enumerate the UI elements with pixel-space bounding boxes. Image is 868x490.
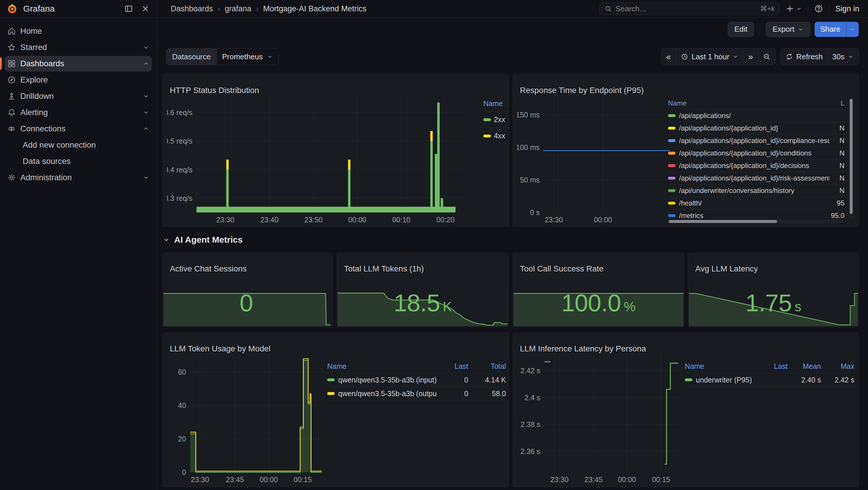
legend-row[interactable]: underwriter (P95)2.40 s2.42 s — [685, 373, 855, 387]
svg-text:2.36 s: 2.36 s — [521, 447, 540, 455]
sidebar-item-data-sources[interactable]: Data sources — [5, 153, 152, 169]
legend-row[interactable]: qwen/qwen3.5-35b-a3b (output)058.0 — [327, 387, 506, 401]
new-button[interactable] — [785, 4, 802, 13]
panel-total-llm-tokens: Total LLM Tokens (1h) 18.5K — [337, 253, 508, 327]
legend-header: Name — [483, 99, 510, 112]
legend-header-row: NameLastMeanMax — [685, 359, 855, 373]
breadcrumb-item[interactable]: Dashboards — [171, 4, 213, 13]
legend-row[interactable]: /api/applications/ — [668, 110, 844, 122]
response-time-chart[interactable]: 23:3000:000 s50 ms100 ms150 ms — [517, 91, 672, 223]
datasource-value[interactable]: Prometheus — [217, 49, 278, 65]
series-swatch — [668, 152, 676, 154]
breadcrumb-item[interactable]: grafana — [225, 4, 251, 13]
persona-legend-table: NameLastMeanMaxunderwriter (P95)2.40 s2.… — [685, 359, 855, 387]
help-icon[interactable] — [814, 4, 823, 13]
grafana-logo-icon[interactable] — [6, 3, 18, 15]
chevron-down-icon — [162, 236, 170, 243]
breadcrumb-item[interactable]: Mortgage-AI Backend Metrics — [263, 4, 367, 13]
time-range-group: « Last 1 hour » — [661, 48, 776, 65]
close-icon[interactable] — [141, 4, 150, 13]
sidebar-item-add-new-connection[interactable]: Add new connection — [5, 137, 152, 153]
svg-text:2.42 s: 2.42 s — [521, 367, 540, 375]
time-forward-button[interactable]: » — [743, 49, 758, 65]
panel-response-time: Response Time by Endpoint (P95) 23:3000:… — [513, 74, 859, 227]
stat-value: 0 — [163, 289, 332, 317]
legend-row[interactable]: /api/underwriter/conversations/historyN — [668, 184, 844, 197]
sidebar-item-connections[interactable]: Connections — [5, 121, 152, 137]
sidebar-item-alerting[interactable]: Alerting — [5, 105, 152, 120]
time-range-picker[interactable]: Last 1 hour — [676, 49, 743, 65]
svg-text:23:30: 23:30 — [545, 215, 563, 223]
svg-text:0 s: 0 s — [530, 208, 540, 217]
legend-row[interactable]: /api/applications/{application_id}/risk-… — [668, 172, 844, 184]
legend-vertical-scrollbar[interactable] — [849, 98, 853, 219]
http-status-chart[interactable]: 23:3023:4023:5000:0000:1000:200.3 req/s0… — [167, 91, 466, 223]
panel-llm-inference-latency: LLM Inference Latency by Persona 23:3023… — [513, 333, 859, 487]
sidebar-item-home[interactable]: Home — [5, 23, 152, 39]
svg-text:0: 0 — [182, 468, 186, 476]
sidebar-item-label: Add new connection — [23, 140, 96, 150]
edit-button[interactable]: Edit — [728, 22, 754, 37]
chevron-up-icon — [143, 60, 150, 67]
svg-text:00:15: 00:15 — [652, 475, 670, 484]
series-swatch — [668, 114, 676, 117]
chevron-down-icon — [847, 54, 854, 60]
sidebar-item-label: Data sources — [23, 157, 70, 166]
sidebar-item-explore[interactable]: Explore — [5, 72, 152, 88]
svg-text:23:50: 23:50 — [305, 215, 323, 223]
refresh-group: Refresh 30s — [780, 48, 859, 65]
legend-horizontal-scrollbar[interactable] — [668, 220, 843, 224]
plus-icon — [785, 4, 795, 13]
share-button[interactable]: Share — [814, 22, 846, 37]
legend-row[interactable]: qwen/qwen3.5-35b-a3b (input)04.14 K — [327, 373, 506, 387]
legend-item[interactable]: 2xx — [483, 112, 510, 128]
panel-title[interactable]: Total LLM Tokens (1h) — [344, 264, 424, 273]
dashboard-toolbar: Datasource Prometheus « Last 1 hour — [157, 41, 868, 74]
panel-title[interactable]: Active Chat Sessions — [170, 264, 247, 273]
svg-text:0.5 req/s: 0.5 req/s — [167, 137, 192, 145]
zoom-out-button[interactable] — [758, 49, 775, 65]
main-content: Edit Export Share Datasource — [157, 18, 868, 490]
token-usage-chart[interactable]: 23:3023:4500:0000:150204060 — [167, 350, 326, 484]
sidebar-item-dashboards[interactable]: Dashboards — [5, 56, 152, 71]
http-legend: Name2xx4xx — [483, 99, 510, 144]
legend-row[interactable]: /api/applications/{application_id}N — [668, 122, 844, 135]
refresh-interval-picker[interactable]: 30s — [828, 49, 859, 65]
dock-sidebar-icon[interactable] — [124, 4, 133, 13]
sidebar-item-label: Drilldown — [20, 91, 54, 101]
legend-row[interactable]: /api/applications/{application_id}/condi… — [668, 147, 844, 160]
sidebar-item-starred[interactable]: Starred — [5, 39, 152, 55]
legend-item[interactable]: 4xx — [483, 128, 510, 144]
refresh-button[interactable]: Refresh — [781, 49, 828, 65]
time-controls: « Last 1 hour » — [661, 48, 859, 65]
legend-row[interactable]: /api/applications/{application_id}/decis… — [668, 160, 844, 172]
chevron-down-icon — [143, 174, 150, 181]
bell-icon — [7, 108, 17, 117]
share-menu-button[interactable] — [846, 22, 859, 37]
breadcrumb-separator: › — [218, 4, 220, 13]
sign-in-link[interactable]: Sign in — [835, 4, 859, 13]
scrollbar-thumb[interactable] — [850, 99, 852, 214]
time-back-button[interactable]: « — [661, 49, 676, 65]
search-input[interactable]: Search... ⌘+k — [599, 3, 779, 15]
persona-latency-chart[interactable]: 23:3023:4500:0000:152.36 s2.38 s2.4 s2.4… — [517, 350, 684, 484]
sidebar-item-label: Starred — [20, 43, 47, 52]
legend-row[interactable]: /api/applications/{application_id}/compl… — [668, 135, 844, 147]
panel-title[interactable]: Tool Call Success Rate — [520, 264, 603, 273]
svg-text:2.38 s: 2.38 s — [521, 420, 540, 428]
legend-row[interactable]: /health/95 — [668, 197, 844, 209]
sidebar-item-label: Dashboards — [20, 59, 64, 68]
export-button[interactable]: Export — [766, 22, 810, 37]
grid-icon — [7, 59, 17, 68]
sidebar-item-administration[interactable]: Administration — [5, 170, 152, 185]
series-swatch — [668, 189, 676, 192]
svg-text:00:10: 00:10 — [392, 215, 410, 223]
panel-title[interactable]: Avg LLM Latency — [695, 264, 758, 273]
datasource-picker[interactable]: Datasource Prometheus — [166, 48, 279, 65]
row-ai-agent-metrics[interactable]: AI Agent Metrics — [162, 235, 243, 245]
scrollbar-thumb[interactable] — [669, 220, 777, 223]
connections-icon — [7, 124, 17, 134]
stat-value: 18.5K — [337, 289, 508, 317]
breadcrumb-separator: › — [256, 4, 259, 13]
sidebar-item-drilldown[interactable]: Drilldown — [5, 88, 152, 104]
